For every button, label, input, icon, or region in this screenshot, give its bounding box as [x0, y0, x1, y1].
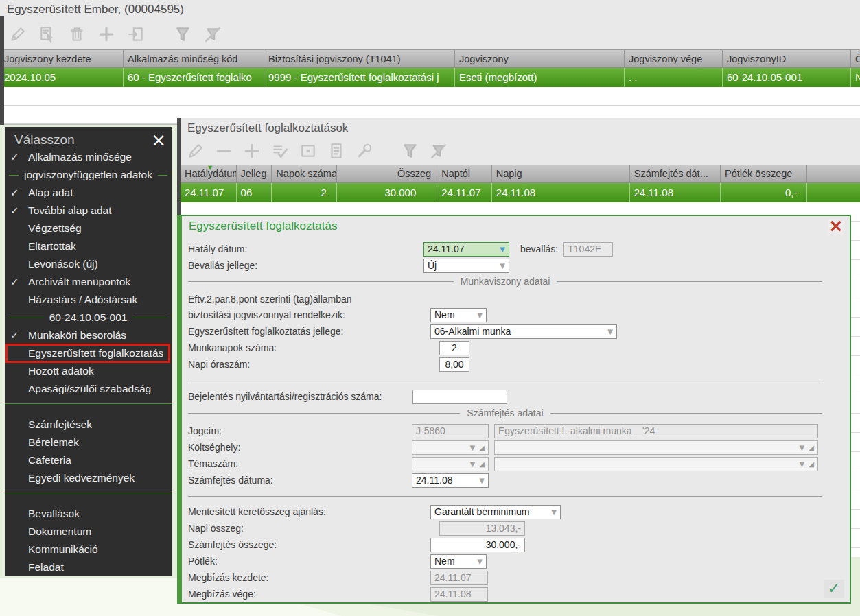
sidebar-item-alap-adat[interactable]: ✓Alap adat	[5, 184, 172, 202]
panel-toolbar	[181, 137, 860, 165]
bejelentes-field[interactable]	[412, 390, 507, 404]
sidebar-item-feladat[interactable]: Feladat	[5, 558, 172, 576]
koltseghely-code-dropdown[interactable]: ▼◢	[412, 440, 489, 455]
sidebar-item-tovabbi-alap-adat[interactable]: ✓További alap adat	[5, 202, 172, 220]
table-row-empty[interactable]	[0, 87, 860, 106]
chevron-down-icon: ▼	[607, 328, 613, 335]
employment-edit-dialog: Egyszerűsített foglalkoztatás × Hatály d…	[177, 215, 851, 604]
sidebar-item-munkakori-besorolas[interactable]: ✓Munkaköri besorolás	[5, 327, 172, 344]
field-label: Számfejtés dátuma:	[188, 475, 423, 486]
sidebar-item-kommunikacio[interactable]: Kommunikáció	[5, 541, 172, 558]
sidebar-item-hozott-adatok[interactable]: Hozott adatok	[5, 362, 172, 380]
sidebar-item-szamfejtesek[interactable]: Számfejtések	[5, 416, 172, 434]
field-label: Témaszám:	[188, 458, 423, 469]
sidebar-item-bevallasok[interactable]: Bevallások	[5, 505, 172, 523]
column-header[interactable]: Napig	[492, 165, 630, 182]
edit-icon[interactable]	[186, 141, 205, 161]
confirm-button[interactable]: ✓	[824, 580, 844, 598]
sidebar-item-cafeteria[interactable]: Cafeteria	[5, 451, 172, 469]
koltseghely-name-dropdown[interactable]: ▼◢	[494, 440, 818, 455]
add-icon[interactable]	[97, 25, 116, 44]
remove-icon[interactable]	[214, 141, 233, 161]
tools-icon[interactable]	[355, 141, 374, 161]
field-label: Bejelentés nyilvántartási/regisztrációs …	[188, 391, 423, 402]
lookup-icon: ◢	[809, 444, 814, 451]
column-header[interactable]: Pótlék összege	[721, 165, 807, 182]
import-icon[interactable]	[126, 25, 146, 44]
section-separator: Számfejtés adatai	[188, 407, 822, 419]
column-header[interactable]: Jogviszony vége	[625, 50, 723, 67]
delete-icon[interactable]	[67, 25, 86, 44]
sidebar-item-eltartottak[interactable]: Eltartottak	[5, 237, 172, 255]
sidebar-item-hazastars-adostarsak[interactable]: Házastárs / Adóstársak	[5, 291, 172, 309]
sidebar-divider	[5, 403, 172, 404]
sidebar-divider	[5, 493, 172, 493]
valasszon-menu: Válasszon × ✓Alkalmazás minősége jogvisz…	[5, 127, 172, 576]
column-header[interactable]: Jogviszony kezdete	[0, 50, 124, 67]
filter-icon[interactable]	[174, 25, 193, 44]
column-header[interactable]: Jogviszony	[455, 50, 625, 67]
table-row-selected[interactable]: 2024.10.05 60 - Egyszerűsített foglalko …	[0, 68, 860, 87]
table-row-selected[interactable]: 24.11.07 06 2 30.000 24.11.07 24.11.08 2…	[181, 183, 860, 202]
mentesitett-dropdown[interactable]: Garantált bérminimum▼	[430, 505, 561, 519]
field-label: Egyszerűsített foglalkoztatás jellege:	[188, 326, 423, 337]
column-header[interactable]: JogviszonyID	[723, 50, 851, 67]
field-label: Számfejtés összege:	[188, 539, 423, 550]
temaszam-name-dropdown[interactable]: ▼◢	[494, 457, 818, 471]
top-table-header: Jogviszony kezdete Alkalmazás minőség kó…	[0, 49, 860, 68]
filter-icon[interactable]	[401, 141, 420, 161]
sidebar-item-levonasok[interactable]: Levonások (új)	[5, 255, 172, 273]
sidebar-section-separator: jogviszonyfüggetlen adatok	[5, 166, 172, 184]
column-header[interactable]: Alkalmazás minőség kód	[124, 50, 264, 67]
field-label: Megbízás vége:	[188, 589, 423, 600]
accept-icon[interactable]	[270, 141, 290, 161]
jogcim-code-field: J-5860	[412, 424, 489, 438]
column-header[interactable]: Napok száma	[272, 165, 337, 182]
clear-filter-icon[interactable]	[429, 141, 448, 161]
dialog-title: Egyszerűsített foglalkoztatás	[189, 220, 337, 233]
sidebar-item-egyedi-kedvezmenyek[interactable]: Egyedi kedvezmények	[5, 469, 172, 487]
lookup-icon: ◢	[809, 460, 814, 468]
hataly-datum-dropdown[interactable]: 24.11.07▼	[423, 242, 509, 257]
select-record-icon[interactable]	[38, 25, 57, 44]
column-header[interactable]	[807, 165, 860, 182]
potlek-dropdown[interactable]: Nem▼	[430, 554, 487, 569]
sidebar-item-archivalt-menupontok[interactable]: ✓Archivált menüpontok	[5, 273, 172, 291]
column-header[interactable]: Biztosítási jogviszony (T1041)	[264, 50, 455, 67]
column-header[interactable]: Összeg	[337, 165, 437, 182]
chevron-down-icon: ▼	[477, 311, 483, 319]
sidebar-item-dokumentum[interactable]: Dokumentum	[5, 523, 172, 541]
sidebar-item-alkalmazas-minosege[interactable]: ✓Alkalmazás minősége	[5, 148, 172, 166]
close-icon[interactable]: ×	[828, 219, 844, 235]
column-header[interactable]: Jelleg	[237, 165, 272, 182]
szamfejtes-osszege-field[interactable]: 30.000,-	[430, 538, 525, 552]
szamfejtes-datuma-dropdown[interactable]: 24.11.08▼	[412, 473, 489, 488]
check-icon: ✓	[10, 276, 28, 288]
column-header-sorted[interactable]: Hatálydátum▼	[181, 165, 237, 182]
munkanapok-field[interactable]: 2	[439, 341, 469, 355]
close-icon[interactable]: ×	[151, 133, 166, 147]
edit-icon[interactable]	[8, 25, 27, 44]
panel-title: Egyszerűsített foglalkoztatások	[181, 118, 860, 137]
column-header[interactable]: Naptól	[437, 165, 492, 182]
clear-filter-icon[interactable]	[203, 25, 222, 44]
field-label: Napi óraszám:	[188, 359, 423, 370]
sidebar-item-vegzettseg[interactable]: Végzettség	[5, 220, 172, 237]
biztositasi-dropdown[interactable]: Nem▼	[430, 308, 487, 322]
foglalkoztatas-jellege-dropdown[interactable]: 06-Alkalmi munka▼	[430, 324, 617, 339]
sidebar-item-apasagi-szuloi-szabadsag[interactable]: Apasági/szülői szabadság	[5, 380, 172, 398]
document-icon[interactable]	[327, 141, 346, 161]
window-icon[interactable]	[299, 141, 318, 161]
top-toolbar	[0, 19, 860, 49]
bevallas-jellege-dropdown[interactable]: Új▼	[423, 259, 509, 273]
chevron-down-icon: ▼	[800, 460, 805, 468]
napi-oraszam-field[interactable]: 8,00	[439, 357, 469, 372]
sidebar-item-egyszerusitett-foglalkoztatas-highlighted[interactable]: Egyszerűsített foglalkoztatás	[5, 344, 170, 363]
sidebar-item-berelemek[interactable]: Bérelemek	[5, 434, 172, 451]
field-label: Bevallás jellege:	[188, 260, 423, 271]
column-header[interactable]: Ö	[851, 50, 860, 67]
column-header[interactable]: Számfejtés dát...	[630, 165, 721, 182]
napi-osszeg-field: 13.043,-	[439, 521, 525, 536]
add-icon[interactable]	[242, 141, 262, 161]
temaszam-code-dropdown[interactable]: ▼◢	[412, 457, 489, 471]
